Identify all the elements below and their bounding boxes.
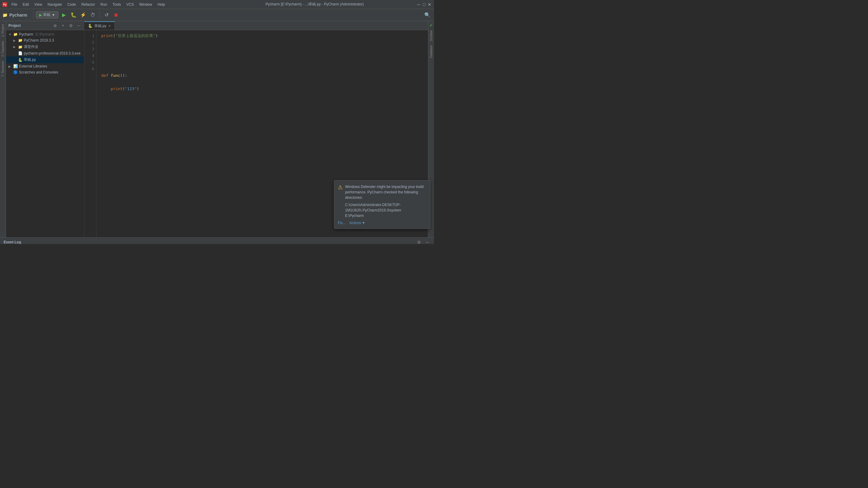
tree-item-draft-py[interactable]: ▶ 🐍 草稿.py [6, 56, 84, 63]
string-num: "123" [125, 87, 136, 91]
run-button[interactable]: ▶ [60, 11, 68, 19]
notif-paths: C:\Users\Administrator.DESKTOP-1M1U8JI\\… [345, 202, 427, 218]
tree-arrow-root: ▼ [8, 33, 12, 36]
event-log-settings-button[interactable]: ⚙ [416, 239, 422, 244]
project-header: Project ⊕ ⌖ ⚙ ─ [6, 21, 84, 30]
project-hide-button[interactable]: ─ [76, 23, 82, 29]
code-line-6 [101, 99, 423, 105]
root-path: E:\Pycharm [36, 32, 54, 36]
scratch-icon: 🔵 [13, 70, 18, 74]
py-file-icon: 🐍 [18, 58, 23, 62]
run-config-label: 草稿 [43, 12, 50, 18]
notif-path-2: E:\Pycharm [345, 213, 427, 218]
actions-button[interactable]: Actions ▼ [349, 221, 365, 225]
maximize-button[interactable]: □ [422, 2, 426, 7]
search-everywhere-button[interactable]: 🔍 [423, 11, 432, 19]
sidebar-item-sciview[interactable]: SciView [429, 29, 433, 43]
coverage-button[interactable]: ⚡ [79, 11, 87, 19]
run-config-button[interactable]: ▶ 草稿 ▼ [36, 11, 59, 19]
code-line-1: print("世界上最遥远的距离") [101, 33, 423, 39]
notif-header: ⚠ Windows Defender might be impacting yo… [338, 184, 427, 218]
toolbar-separator-2 [99, 11, 100, 19]
code-line-2 [101, 46, 423, 53]
keyword-print-2: print [111, 87, 122, 91]
root-label: Pycharm [19, 32, 33, 36]
tree-item-homework[interactable]: ▶ 📁 课堂作业 [6, 43, 84, 50]
window-controls: ─ □ ✕ [416, 2, 432, 7]
root-folder-icon: 📁 [13, 32, 18, 36]
menu-window[interactable]: Window [137, 2, 155, 7]
event-log-title: Event Log [4, 240, 413, 244]
menu-navigate[interactable]: Navigate [45, 2, 64, 7]
code-line-5: print("123") [101, 86, 423, 92]
tree-arrow-pycharm2019: ▶ [13, 39, 17, 42]
brand-label: Pycharm [9, 13, 27, 18]
code-line-4: def func(): [101, 72, 423, 79]
notif-fix-link[interactable]: Fix... [338, 221, 346, 225]
add-content-button[interactable]: ⊕ [52, 23, 58, 29]
project-settings-button[interactable]: ⚙ [68, 23, 74, 29]
toolbar: 📁 Pycharm ▶ 草稿 ▼ ▶ 🐛 ⚡ ⏱ ↺ ⏹ 🔍 [0, 9, 434, 21]
app-logo: Py [2, 2, 7, 7]
exe-file-icon: 📄 [18, 51, 23, 56]
minimize-button[interactable]: ─ [416, 2, 421, 7]
run-config-icon: ▶ [39, 13, 42, 17]
title-bar: Py File Edit View Navigate Code Refactor… [0, 0, 434, 9]
event-log-panel: Event Log ⚙ ─ ✎ 🗑 🔧 ★ 2020/3/21 17:08 Wi… [0, 237, 434, 244]
tree-item-exe[interactable]: ▶ 📄 pycharm-professional-2019.3.3.exe [6, 50, 84, 56]
menu-refactor[interactable]: Refactor [79, 2, 97, 7]
rerun-button[interactable]: ↺ [102, 11, 111, 19]
tab-close-button[interactable]: ✕ [108, 24, 111, 28]
editor-tabs: 🐍 草稿.py ✕ [84, 21, 428, 30]
sidebar-item-project[interactable]: 1: Project [1, 22, 5, 38]
menu-vcs[interactable]: VCS [124, 2, 136, 7]
ext-lib-icon: 📊 [13, 64, 18, 68]
sidebar-item-structure[interactable]: 7: Structure [1, 59, 5, 78]
keyword-print-1: print [101, 33, 113, 38]
project-folder-icon: 📁 [2, 13, 7, 18]
menu-code[interactable]: Code [65, 2, 79, 7]
tree-item-scratches[interactable]: ▶ 🔵 Scratches and Consoles [6, 69, 84, 75]
actions-label: Actions [349, 221, 361, 225]
folder-icon-pycharm2019: 📁 [18, 38, 23, 42]
tab-file-icon: 🐍 [88, 24, 93, 28]
string-1: "世界上最遥远的距离" [116, 33, 156, 38]
menu-help[interactable]: Help [155, 2, 167, 7]
tree-label-ext: External Libraries [19, 64, 47, 68]
notif-body: Windows Defender might be impacting your… [345, 184, 427, 218]
tree-label-pycharm2019: PyCharm 2019.3.3 [24, 38, 54, 42]
notif-links: Fix... Actions ▼ [338, 221, 427, 225]
menu-tools[interactable]: Tools [110, 2, 123, 7]
tree-label-homework: 课堂作业 [24, 44, 38, 50]
brand: 📁 Pycharm [2, 13, 27, 18]
checkmark-icon: ✓ [429, 22, 433, 28]
toolbar-separator-1 [33, 11, 33, 19]
event-log-header: Event Log ⚙ ─ [0, 238, 434, 244]
sidebar-item-favorites[interactable]: 2: Favorites [1, 39, 5, 59]
stop-button[interactable]: ⏹ [112, 11, 120, 19]
menu-bar: File Edit View Navigate Code Refactor Ru… [9, 2, 213, 7]
tree-root-pycharm[interactable]: ▼ 📁 Pycharm E:\Pycharm [6, 31, 84, 37]
tree-item-ext-libs[interactable]: ▶ 📊 External Libraries [6, 63, 84, 69]
profile-button[interactable]: ⏱ [89, 11, 97, 19]
notif-message: Windows Defender might be impacting your… [345, 185, 424, 200]
menu-edit[interactable]: Edit [20, 2, 31, 7]
tree-item-pycharm2019[interactable]: ▶ 📁 PyCharm 2019.3.3 [6, 37, 84, 43]
close-button[interactable]: ✕ [427, 2, 432, 7]
warning-icon: ⚠ [338, 184, 343, 218]
debug-button[interactable]: 🐛 [69, 11, 78, 19]
tree-label-draft: 草稿.py [24, 57, 36, 62]
menu-run[interactable]: Run [98, 2, 110, 7]
notification-popup: ⚠ Windows Defender might be impacting yo… [334, 180, 430, 229]
actions-arrow-icon: ▼ [362, 221, 365, 225]
sidebar-item-database[interactable]: Database [429, 43, 433, 60]
event-log-hide-button[interactable]: ─ [424, 239, 430, 244]
menu-file[interactable]: File [9, 2, 20, 7]
project-tree: ▼ 📁 Pycharm E:\Pycharm ▶ 📁 PyCharm 2019.… [6, 30, 84, 237]
code-line-3 [101, 59, 423, 66]
folder-icon-homework: 📁 [18, 45, 23, 49]
menu-view[interactable]: View [32, 2, 44, 7]
editor-tab-draft[interactable]: 🐍 草稿.py ✕ [84, 22, 115, 30]
scroll-from-source-button[interactable]: ⌖ [60, 23, 66, 29]
func-name: func [111, 73, 120, 78]
